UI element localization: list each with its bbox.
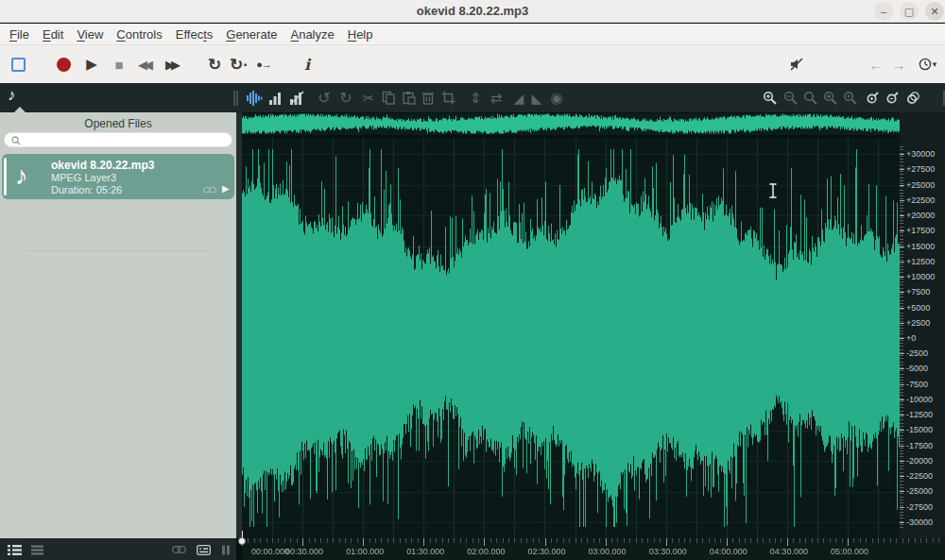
link-tracks-button[interactable] [170, 542, 187, 557]
list-compact-view-button[interactable] [28, 542, 45, 557]
fast-forward-button[interactable]: ▶▶ [163, 54, 183, 75]
zoom-selection-button[interactable] [820, 87, 841, 109]
redo-button[interactable]: ↻ [335, 87, 356, 109]
zoom-in-button[interactable] [760, 87, 781, 109]
menu-file[interactable]: File [9, 27, 29, 42]
time-label: 02:00.000 [457, 547, 514, 556]
normalize-button[interactable]: ◉ [546, 87, 567, 109]
play-button[interactable]: ▶ [81, 54, 102, 75]
menu-effects[interactable]: Effects [176, 27, 214, 42]
menu-bar: FileEditViewControlsEffectsGenerateAnaly… [0, 24, 945, 45]
waveform-view-button[interactable] [244, 87, 265, 109]
menu-generate[interactable]: Generate [226, 27, 277, 42]
search-input[interactable] [26, 134, 228, 145]
loop-button[interactable]: ↻ [204, 54, 225, 75]
select-none-button[interactable] [882, 87, 902, 109]
file-play-icon[interactable]: ▶ [222, 183, 230, 194]
amplitude-label: -15000 [906, 425, 933, 434]
toolbar-drag-handle[interactable] [225, 87, 246, 109]
record-icon [57, 58, 71, 72]
time-label: 04:30.000 [761, 547, 817, 556]
menu-analyze[interactable]: Analyze [290, 27, 334, 42]
maximize-button[interactable]: ▢ [900, 2, 919, 21]
axis-tick [900, 262, 904, 263]
undo-button[interactable]: ↺ [314, 87, 335, 109]
file-search-box[interactable] [4, 132, 232, 147]
zoom-out-button[interactable] [781, 87, 801, 109]
amplitude-label: -7500 [906, 380, 928, 389]
axis-tick [900, 507, 904, 508]
play-from-cursor-button[interactable]: ●→ [253, 54, 274, 75]
amplitude-label: -30000 [906, 518, 933, 527]
select-all-button[interactable] [902, 87, 923, 109]
amplitude-label: -5000 [906, 364, 928, 373]
amplify-button[interactable]: ⇕ [465, 87, 486, 109]
record-button[interactable] [53, 54, 74, 75]
select-minus-icon [885, 91, 900, 105]
stop-button[interactable]: ■ [109, 54, 129, 75]
copy-button[interactable] [378, 87, 399, 109]
seek-forward-button[interactable]: → [888, 54, 909, 75]
paste-button[interactable] [398, 87, 419, 109]
link-icon [172, 546, 186, 553]
mute-button[interactable] [786, 54, 807, 75]
axis-tick [900, 277, 904, 278]
toolbar-end-handle[interactable] [935, 87, 945, 109]
rewind-button[interactable]: ◀◀ [135, 54, 156, 75]
list-details-view-button[interactable] [6, 542, 23, 557]
music-note-icon: ♪ [15, 161, 28, 191]
zoom-fit-button[interactable] [840, 87, 861, 109]
zoom-normal-button[interactable] [800, 87, 821, 109]
title-bar[interactable]: okevid 8.20.22.mp3 – ▢ ✕ [0, 0, 945, 23]
file-duration: Duration: 05:26 [51, 184, 122, 195]
playhead-marker[interactable] [238, 537, 246, 545]
undo-history-button[interactable]: ▾ [913, 54, 941, 75]
main-waveform[interactable] [242, 138, 900, 538]
time-ruler[interactable]: 00:00.00000:30.00001:00.00001:30.00002:0… [242, 538, 945, 560]
axis-tick [900, 215, 904, 216]
opened-file-item[interactable]: ♪ okevid 8.20.22.mp3 MPEG Layer3 Duratio… [2, 154, 234, 199]
crop-button[interactable] [438, 87, 458, 109]
amplitude-label: -22500 [906, 471, 933, 481]
fade-out-button[interactable]: ◣ [526, 87, 547, 109]
time-label: 03:30.000 [640, 547, 696, 556]
panel-title: Opened Files [0, 117, 236, 130]
menu-help[interactable]: Help [348, 27, 373, 42]
waveform-icon [246, 90, 263, 107]
time-label: 01:00.000 [336, 547, 393, 556]
status-bar [0, 538, 236, 560]
crop-icon [441, 91, 455, 105]
track-levels-button[interactable] [266, 87, 286, 109]
menu-controls[interactable]: Controls [116, 27, 162, 42]
cut-button[interactable]: ✂ [358, 87, 379, 109]
close-button[interactable]: ✕ [925, 2, 944, 21]
file-info-button[interactable]: i [297, 54, 318, 75]
reverse-button[interactable]: ⇄ [486, 87, 507, 109]
axis-tick [900, 384, 904, 385]
delete-button[interactable] [418, 87, 438, 109]
label-view-button[interactable] [195, 542, 212, 557]
amplitude-label: +12500 [906, 257, 935, 266]
opened-files-tab-note-icon[interactable]: ♪ [8, 86, 16, 105]
track-levels-edit-button[interactable] [286, 87, 307, 109]
selection-tool-button[interactable] [8, 54, 28, 75]
amplitude-label: +22500 [906, 195, 935, 205]
loop-track-button[interactable]: ↻· [229, 54, 249, 75]
menu-view[interactable]: View [77, 27, 103, 42]
active-file-stripe [4, 158, 7, 195]
pause-indicator-button[interactable] [217, 542, 234, 557]
axis-tick [900, 292, 904, 293]
minimize-button[interactable]: – [874, 2, 893, 21]
bar-meter-pen-icon [289, 90, 305, 106]
ruler-tick [848, 538, 849, 546]
amplitude-label: -27500 [906, 502, 933, 512]
application-window: okevid 8.20.22.mp3 – ▢ ✕ FileEditViewCon… [0, 0, 945, 560]
main-toolbar: ▶ ■ ◀◀ ▶▶ ↻ ↻· ●→ i 44.1 kHz mono -0000:… [0, 45, 945, 83]
cloud-icon [202, 185, 217, 194]
overview-waveform[interactable] [242, 113, 900, 135]
select-visible-button[interactable] [862, 87, 883, 109]
amplitude-axis: +30000+27500+25000+22500+20000+17500+150… [900, 112, 945, 538]
amplitude-label: +27500 [906, 164, 935, 174]
seek-back-button[interactable]: ← [866, 54, 886, 75]
menu-edit[interactable]: Edit [43, 27, 63, 42]
